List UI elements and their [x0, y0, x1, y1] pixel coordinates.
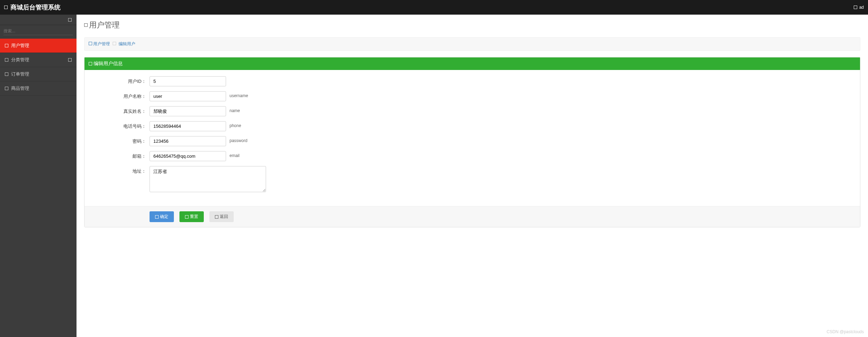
submit-button[interactable]: 确定: [150, 211, 174, 222]
top-bar-left: 商城后台管理系统: [4, 3, 61, 11]
hint-username: username: [230, 91, 248, 98]
orders-icon: [5, 72, 8, 76]
row-username: 用户名称： username: [92, 91, 852, 101]
sidebar: 用户管理 分类管理 订单管理 商品管理: [0, 15, 77, 337]
sidebar-item-categories[interactable]: 分类管理: [0, 53, 77, 67]
reset-button[interactable]: 重置: [179, 211, 204, 222]
breadcrumb-link-edit[interactable]: 编辑用户: [119, 41, 135, 46]
sidebar-item-label: 商品管理: [11, 85, 29, 92]
sidebar-item-products[interactable]: 商品管理: [0, 81, 77, 96]
hint-phone: phone: [230, 121, 241, 128]
back-icon: [215, 215, 218, 219]
input-realname[interactable]: [150, 106, 226, 116]
input-phone[interactable]: [150, 121, 226, 131]
label-address: 地址：: [92, 166, 150, 174]
row-phone: 电话号码： phone: [92, 121, 852, 131]
page-title: 用户管理: [84, 20, 860, 30]
user-name: ad: [859, 5, 864, 10]
sidebar-item-label: 分类管理: [11, 57, 29, 63]
sidebar-collapse[interactable]: [0, 15, 77, 25]
sidebar-item-label: 用户管理: [11, 42, 29, 49]
categories-icon: [5, 58, 8, 62]
label-email: 邮箱：: [92, 151, 150, 159]
breadcrumb-sep: [113, 41, 116, 46]
panel-footer: 确定 重置 返回: [85, 206, 860, 227]
hint-email: email: [230, 151, 240, 158]
back-button[interactable]: 返回: [209, 211, 234, 222]
sidebar-item-users[interactable]: 用户管理: [0, 39, 77, 53]
label-password: 密码：: [92, 136, 150, 144]
search-input[interactable]: [3, 27, 73, 35]
label-user-id: 用户ID：: [92, 76, 150, 85]
panel-body: 用户ID： 用户名称： username 真实姓名： name 电话号码： ph…: [85, 70, 860, 206]
row-address: 地址：: [92, 166, 852, 192]
input-user-id[interactable]: [150, 76, 226, 86]
textarea-address[interactable]: [150, 166, 266, 192]
hint-realname: name: [230, 106, 240, 113]
users-icon: [5, 44, 8, 47]
row-user-id: 用户ID：: [92, 76, 852, 86]
row-realname: 真实姓名： name: [92, 106, 852, 116]
check-icon: [155, 215, 159, 219]
input-password[interactable]: [150, 136, 226, 146]
top-bar-right[interactable]: ad: [854, 5, 864, 10]
top-bar: 商城后台管理系统 ad: [0, 0, 868, 15]
sidebar-item-label: 订单管理: [11, 71, 29, 77]
collapse-icon: [68, 18, 72, 22]
hint-password: password: [230, 136, 247, 143]
user-icon: [854, 6, 857, 9]
label-realname: 真实姓名：: [92, 106, 150, 115]
products-icon: [5, 87, 8, 90]
row-email: 邮箱： email: [92, 151, 852, 161]
input-username[interactable]: [150, 91, 226, 101]
app-title: 商城后台管理系统: [10, 3, 61, 11]
page-header: 用户管理: [77, 15, 868, 33]
label-phone: 电话号码：: [92, 121, 150, 130]
input-email[interactable]: [150, 151, 226, 161]
chevron-icon: [68, 58, 72, 62]
sidebar-item-orders[interactable]: 订单管理: [0, 67, 77, 81]
chevron-right-icon: [113, 42, 116, 45]
edit-panel: 编辑用户信息 用户ID： 用户名称： username 真实姓名： name: [84, 57, 860, 227]
sidebar-nav: 用户管理 分类管理 订单管理 商品管理: [0, 39, 77, 96]
home-icon: [89, 42, 92, 45]
menu-icon: [4, 6, 8, 9]
label-username: 用户名称：: [92, 91, 150, 100]
footer-buttons: 确定 重置 返回: [92, 211, 852, 222]
refresh-icon: [185, 215, 188, 219]
sidebar-search: [0, 25, 77, 37]
main: 用户管理 用户管理 编辑用户 编辑用户信息 用户ID： 用户名称：: [77, 15, 868, 337]
breadcrumb-link-users[interactable]: 用户管理: [93, 41, 110, 46]
watermark: CSDN @pastclouds: [827, 329, 864, 334]
breadcrumb: 用户管理 编辑用户: [84, 37, 860, 51]
edit-icon: [89, 62, 92, 65]
row-password: 密码： password: [92, 136, 852, 146]
page-title-icon: [84, 23, 88, 27]
container: 用户管理 分类管理 订单管理 商品管理 用户管理 用户管理 编辑用: [0, 15, 868, 337]
panel-title: 编辑用户信息: [94, 61, 123, 67]
panel-header: 编辑用户信息: [85, 57, 860, 70]
